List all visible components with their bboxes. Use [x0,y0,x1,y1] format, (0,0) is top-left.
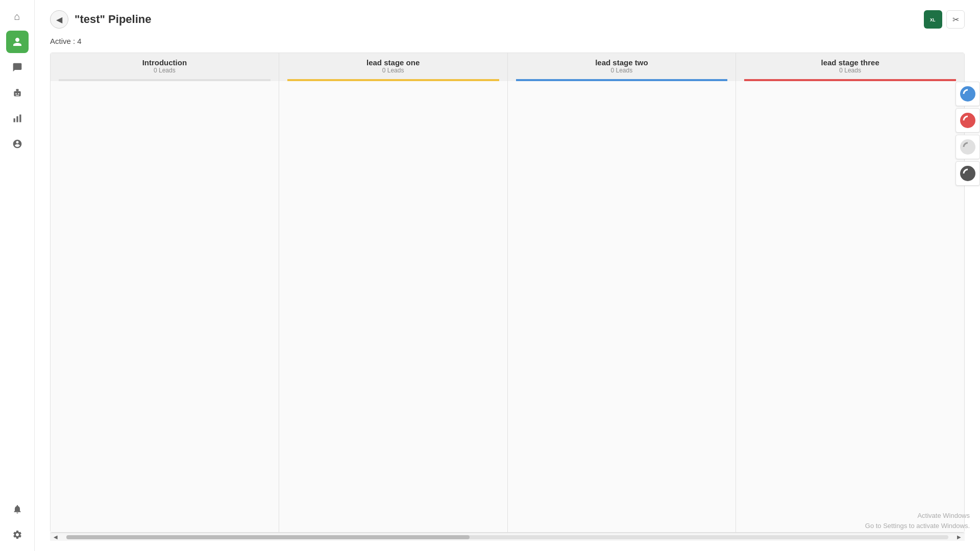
right-panel-item-2[interactable] [955,108,980,133]
column-subtitle-lead-stage-two: 0 Leads [611,67,633,74]
column-header-lead-stage-three: lead stage three0 Leads [736,53,964,81]
bell-svg [12,504,22,514]
main-content: ◀ "test" Pipeline XL ✂ Active : 4 Introd… [35,0,980,551]
excel-button[interactable]: XL [924,10,942,29]
scroll-right-arrow[interactable]: ▶ [955,534,963,541]
sidebar: ⌂ [0,0,35,551]
panel-icon-3 [960,139,976,155]
pipeline-column-lead-stage-three[interactable]: lead stage three0 Leads [736,53,964,532]
windows-activation-line2: Go to Settings to activate Windows. [865,521,970,531]
svg-point-13 [960,166,975,181]
pipeline-column-introduction[interactable]: Introduction0 Leads [51,53,279,532]
right-panel [955,82,980,186]
svg-rect-4 [15,95,19,95]
column-subtitle-introduction: 0 Leads [154,67,176,74]
column-header-lead-stage-two: lead stage two0 Leads [508,53,736,81]
column-title-lead-stage-three: lead stage three [821,58,879,67]
column-body-lead-stage-three [736,81,964,532]
right-panel-item-4[interactable] [955,161,980,186]
scrollbar[interactable]: ◀ ▶ [50,533,965,541]
column-subtitle-lead-stage-one: 0 Leads [382,67,404,74]
scroll-left-arrow[interactable]: ◀ [52,534,59,541]
active-count: Active : 4 [50,37,965,45]
svg-point-10 [960,86,975,102]
column-body-lead-stage-one [279,81,507,532]
bot-svg [12,88,22,98]
right-panel-item-3[interactable] [955,135,980,159]
svg-point-12 [960,139,975,155]
right-panel-item-1[interactable] [955,82,980,106]
svg-rect-1 [16,89,18,91]
windows-activation-line1: Activate Windows [865,511,970,521]
gear-icon[interactable] [6,523,29,546]
messages-svg [12,62,22,72]
svg-point-3 [18,93,19,94]
panel-icon-1 [960,86,976,102]
column-title-lead-stage-two: lead stage two [595,58,648,67]
pipeline-board: Introduction0 Leadslead stage one0 Leads… [50,53,965,533]
contacts-icon[interactable] [6,31,29,53]
svg-rect-5 [13,118,15,122]
column-title-lead-stage-one: lead stage one [366,58,420,67]
profile-icon[interactable] [6,133,29,155]
home-icon[interactable]: ⌂ [6,5,29,28]
column-header-introduction: Introduction0 Leads [51,53,279,81]
windows-activation: Activate Windows Go to Settings to activ… [865,511,970,531]
analytics-svg [12,113,22,123]
svg-rect-6 [16,116,18,122]
header-right: XL ✂ [924,10,965,29]
analytics-icon[interactable] [6,107,29,130]
pipeline-settings-button[interactable]: ✂ [946,10,965,29]
contacts-svg [12,37,22,47]
pipeline-column-lead-stage-two[interactable]: lead stage two0 Leads [508,53,737,532]
gear-svg [12,530,22,540]
excel-icon: XL [928,15,938,24]
back-button[interactable]: ◀ [50,10,68,29]
column-body-introduction [51,81,279,532]
pipeline-column-lead-stage-one[interactable]: lead stage one0 Leads [279,53,508,532]
header-left: ◀ "test" Pipeline [50,10,151,29]
svg-point-2 [15,93,17,94]
svg-text:XL: XL [930,18,936,22]
page-header: ◀ "test" Pipeline XL ✂ [50,10,965,29]
bot-icon[interactable] [6,82,29,104]
column-subtitle-lead-stage-three: 0 Leads [839,67,861,74]
page-title: "test" Pipeline [75,13,151,26]
column-header-lead-stage-one: lead stage one0 Leads [279,53,507,81]
column-title-introduction: Introduction [142,58,187,67]
scrollbar-thumb[interactable] [66,535,470,539]
profile-svg [12,139,22,149]
bell-icon[interactable] [6,498,29,520]
scrollbar-track[interactable] [66,535,948,539]
svg-rect-7 [19,115,21,122]
panel-icon-2 [960,112,976,129]
panel-icon-4 [960,165,976,182]
column-body-lead-stage-two [508,81,736,532]
svg-point-11 [960,113,975,128]
messages-icon[interactable] [6,56,29,79]
